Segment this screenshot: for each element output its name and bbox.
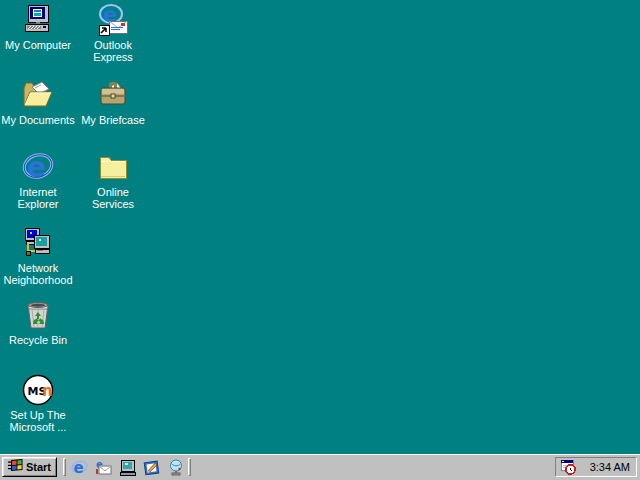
desktop-icon-label: Network Neighborhood (0, 262, 76, 286)
show-desktop-icon[interactable] (119, 459, 136, 476)
svg-text:n: n (42, 382, 53, 400)
desktop-icon-label: Internet Explorer (0, 186, 76, 210)
internet-explorer-icon[interactable]: e (71, 459, 88, 476)
task-scheduler-icon[interactable] (560, 459, 576, 475)
svg-text:e: e (27, 151, 46, 183)
desktop-icon-label: Outlook Express (75, 39, 151, 63)
network-neighborhood-icon (22, 227, 54, 259)
my-documents-icon (22, 79, 54, 111)
windows-flag-icon (8, 458, 23, 476)
msn-setup-icon: MS n (22, 374, 54, 406)
start-button[interactable]: Start (2, 457, 57, 477)
desktop-icon-label: My Briefcase (75, 114, 151, 126)
quick-launch-drag-handle[interactable] (63, 458, 66, 476)
desktop-icon-recycle-bin[interactable]: Recycle Bin (0, 299, 76, 346)
desktop-icon-internet-explorer[interactable]: e Internet Explorer (0, 151, 76, 210)
desktop-icon-label: Set Up The Microsoft ... (0, 409, 76, 433)
online-services-icon (97, 151, 129, 183)
outlook-express-icon: e (97, 4, 129, 36)
compose-note-icon[interactable] (143, 459, 160, 476)
internet-explorer-icon: e (22, 151, 54, 183)
desktop-icon-my-documents[interactable]: My Documents (0, 79, 76, 126)
desktop-icon-my-computer[interactable]: My Computer (0, 4, 76, 51)
my-computer-icon (22, 4, 54, 36)
desktop-icon-label: My Computer (0, 39, 76, 51)
my-briefcase-icon (97, 79, 129, 111)
desktop-icon-my-briefcase[interactable]: My Briefcase (75, 79, 151, 126)
desktop-icon-msn-setup[interactable]: MS n Set Up The Microsoft ... (0, 374, 76, 433)
taskbar: Start e e (0, 454, 640, 480)
desktop-icon-label: Recycle Bin (0, 334, 76, 346)
desktop-icon-label: My Documents (0, 114, 76, 126)
tray-clock[interactable]: 3:34 AM (576, 461, 630, 473)
taskbar-drag-handle[interactable] (188, 458, 191, 476)
svg-text:e: e (74, 459, 84, 476)
system-tray: 3:34 AM (555, 457, 637, 477)
start-button-label: Start (26, 462, 51, 473)
outlook-express-icon[interactable]: e (95, 459, 112, 476)
desktop-icon-network-neighborhood[interactable]: Network Neighborhood (0, 227, 76, 286)
quick-launch-bar: e e (71, 457, 184, 477)
recycle-bin-icon (22, 299, 54, 331)
desktop-icon-outlook-express[interactable]: e Outlook Express (75, 4, 151, 63)
desktop-surface[interactable]: My Computer e Outlook Express (0, 0, 640, 480)
view-channels-icon[interactable] (167, 459, 184, 476)
desktop-icon-online-services[interactable]: Online Services (75, 151, 151, 210)
desktop-icon-label: Online Services (75, 186, 151, 210)
